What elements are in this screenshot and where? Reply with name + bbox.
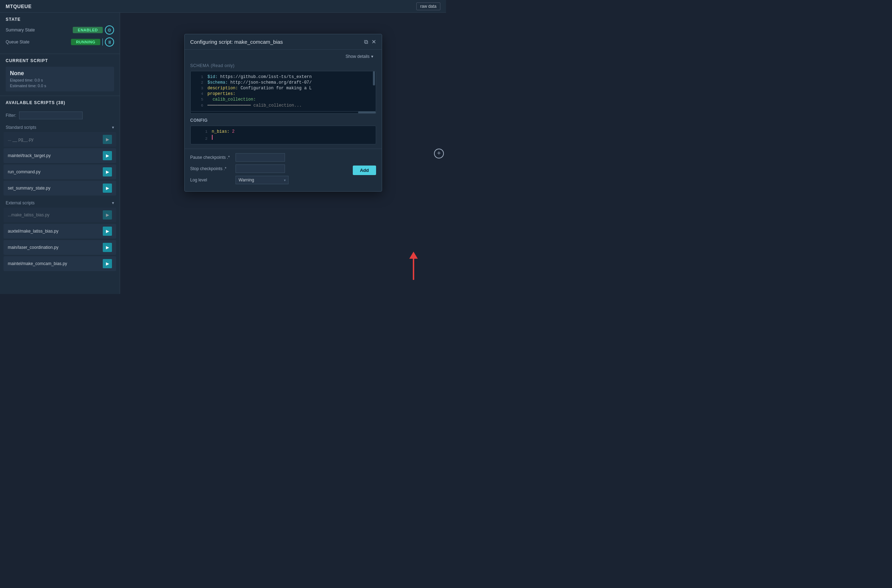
chevron-down-icon: ▾ xyxy=(371,54,373,59)
log-level-select[interactable]: Debug Info Warning Error Critical xyxy=(236,176,288,184)
schema-editor-wrapper: 1 $id: https://github.com/lsst-ts/ts_ext… xyxy=(190,71,376,114)
pause-checkpoints-input[interactable] xyxy=(236,153,285,162)
script-name: ...make_latiss_bias.py xyxy=(8,213,50,218)
modal-overlay: Configuring script: make_comcam_bias ⧉ ✕… xyxy=(120,13,446,294)
current-script-box: None Elapsed time: 0.0 s Estimated time:… xyxy=(6,67,114,92)
gear-icon: ⚙ xyxy=(107,27,111,33)
right-panel: Configuring script: make_comcam_bias ⧉ ✕… xyxy=(120,13,446,294)
show-details-label: Show details xyxy=(345,54,369,59)
add-script-button[interactable]: Add xyxy=(353,165,376,175)
state-title: STATE xyxy=(6,17,114,22)
list-item[interactable]: maintel/track_target.py ▶ xyxy=(3,148,116,163)
text-cursor xyxy=(212,135,213,140)
schema-line-4: 4 properties: xyxy=(191,91,369,97)
play-icon: ▶ xyxy=(106,245,109,250)
list-item[interactable]: run_command.py ▶ xyxy=(3,165,116,179)
top-bar: MTQUEUE raw data xyxy=(0,0,446,13)
script-name: auxtel/make_latiss_bias.py xyxy=(8,229,58,234)
script-launch-button[interactable]: ▶ xyxy=(103,210,112,219)
script-launch-button[interactable]: ▶ xyxy=(103,151,112,160)
schema-section: SCHEMA (Read only) 1 $id: https://github… xyxy=(185,63,382,118)
schema-editor[interactable]: 1 $id: https://github.com/lsst-ts/ts_ext… xyxy=(190,71,376,111)
plus-icon: + xyxy=(437,150,441,157)
copy-icon: ⧉ xyxy=(364,39,368,45)
current-script-section: CURRENT SCRIPT None Elapsed time: 0.0 s … xyxy=(0,54,120,96)
play-icon: ▶ xyxy=(106,261,109,266)
config-title: CONFIG xyxy=(190,118,376,123)
raw-data-button[interactable]: raw data xyxy=(416,3,440,10)
schema-line-2: 2 $schema: http://json-schema.org/draft-… xyxy=(191,80,369,86)
estimated-time: Estimated time: 0.0 s xyxy=(10,84,110,88)
script-name: run_command.py xyxy=(8,170,41,174)
list-item[interactable]: set_summary_state.py ▶ xyxy=(3,181,116,195)
main-content: STATE Summary State ENABLED ⚙ Queue Stat… xyxy=(0,13,446,294)
schema-vertical-scrollbar xyxy=(373,71,375,111)
modal-copy-button[interactable]: ⧉ xyxy=(364,39,368,45)
left-panel: STATE Summary State ENABLED ⚙ Queue Stat… xyxy=(0,13,120,294)
config-section: CONFIG 1 n_bias: 2 2 xyxy=(185,118,382,148)
available-scripts-title: AVAILABLE SCRIPTS (38) xyxy=(6,100,65,105)
play-icon: ▶ xyxy=(106,213,109,218)
pause-icon: ⏸ xyxy=(107,39,112,45)
schema-line-5: 5 calib_collection: xyxy=(191,97,369,102)
show-details-row: Show details ▾ xyxy=(185,50,382,63)
list-item[interactable]: auxtel/make_latiss_bias.py ▶ xyxy=(3,224,116,238)
schema-horizontal-scrollbar xyxy=(190,111,376,114)
filter-label: Filter: xyxy=(6,113,16,118)
script-name: maintel/make_comcam_bias.py xyxy=(8,261,67,266)
available-scripts-section: AVAILABLE SCRIPTS (38) Filter: Standard … xyxy=(0,96,120,294)
add-circle-button[interactable]: + xyxy=(434,148,444,159)
modal-header: Configuring script: make_comcam_bias ⧉ ✕ xyxy=(185,34,382,50)
filter-row: Filter: xyxy=(0,111,120,123)
external-scripts-label: External scripts xyxy=(6,201,35,206)
stop-checkpoints-row: Stop checkpoints .* xyxy=(190,165,347,173)
list-item[interactable]: ...make_latiss_bias.py ▶ xyxy=(3,207,116,222)
elapsed-time: Elapsed time: 0.0 s xyxy=(10,78,110,82)
script-launch-button[interactable]: ▶ xyxy=(103,183,112,193)
summary-state-badge: ENABLED xyxy=(73,27,103,33)
queue-state-label: Queue State xyxy=(6,39,29,45)
script-launch-button[interactable]: ▶ xyxy=(103,259,112,268)
queue-state-row: Queue State RUNNING ⏸ xyxy=(6,38,114,46)
queue-state-badge: RUNNING xyxy=(71,39,100,45)
log-level-row: Log level Debug Info Warning Error Criti… xyxy=(190,176,347,184)
modal-close-button[interactable]: ✕ xyxy=(371,39,376,45)
filter-input[interactable] xyxy=(19,111,83,119)
queue-state-controls: RUNNING ⏸ xyxy=(71,38,114,46)
play-icon: ▶ xyxy=(106,170,109,174)
script-launch-button[interactable]: ▶ xyxy=(103,167,112,177)
list-item[interactable]: maintel/make_comcam_bias.py ▶ xyxy=(3,256,116,271)
schema-hscroll-thumb xyxy=(358,111,376,113)
standard-scripts-header: Standard scripts ▾ xyxy=(3,123,116,132)
external-scripts-header: External scripts ▾ xyxy=(3,198,116,207)
modal-title: Configuring script: make_comcam_bias xyxy=(190,39,283,45)
config-editor[interactable]: 1 n_bias: 2 2 xyxy=(190,126,376,144)
stop-checkpoints-input[interactable] xyxy=(236,165,285,173)
current-script-title: CURRENT SCRIPT xyxy=(6,58,114,63)
pause-checkpoints-row: Pause checkpoints .* xyxy=(190,153,347,162)
schema-scrollbar-thumb xyxy=(373,71,375,86)
queue-state-pause-button[interactable]: ⏸ xyxy=(105,38,114,46)
script-name: set_summary_state.py xyxy=(8,186,51,190)
state-section: STATE Summary State ENABLED ⚙ Queue Stat… xyxy=(0,13,120,54)
log-level-select-wrapper: Debug Info Warning Error Critical xyxy=(236,176,288,184)
summary-state-controls: ENABLED ⚙ xyxy=(73,26,114,34)
list-item[interactable]: ... __ pg__.py ▶ xyxy=(3,132,116,147)
list-item[interactable]: main/laser_coordination.py ▶ xyxy=(3,240,116,255)
close-icon: ✕ xyxy=(371,39,376,45)
script-launch-button[interactable]: ▶ xyxy=(103,135,112,144)
standard-scripts-chevron: ▾ xyxy=(112,125,114,130)
scripts-header: AVAILABLE SCRIPTS (38) xyxy=(0,100,120,111)
app-title: MTQUEUE xyxy=(6,3,32,9)
summary-state-label: Summary State xyxy=(6,27,35,33)
show-details-button[interactable]: Show details ▾ xyxy=(340,51,378,62)
scripts-list: Standard scripts ▾ ... __ pg__.py ▶ main… xyxy=(0,123,120,294)
standard-scripts-label: Standard scripts xyxy=(6,125,36,130)
script-name: main/laser_coordination.py xyxy=(8,245,58,250)
state-divider xyxy=(102,39,103,45)
config-line-1: 1 n_bias: 2 xyxy=(195,129,371,135)
summary-state-gear-button[interactable]: ⚙ xyxy=(105,26,114,34)
play-icon: ▶ xyxy=(106,137,109,142)
script-launch-button[interactable]: ▶ xyxy=(103,243,112,252)
script-launch-button[interactable]: ▶ xyxy=(103,226,112,236)
